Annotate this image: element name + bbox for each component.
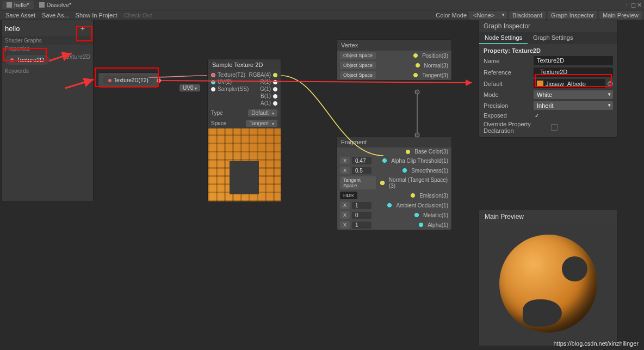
space-label: Space [211, 120, 226, 126]
x-label: X [340, 201, 350, 209]
b-out-port[interactable] [273, 94, 277, 99]
basecolor-label: Base Color(3) [414, 149, 448, 155]
sampler-in-label: Sampler(SS) [218, 86, 249, 92]
ao-field[interactable]: 1 [352, 202, 371, 209]
alpha-clip-field[interactable]: 0.47 [352, 157, 371, 164]
emission-label: Emission(3) [419, 193, 448, 199]
mode-label: Mode [484, 91, 531, 98]
exposed-checkbox[interactable]: ✓ [534, 112, 540, 119]
save-asset-button[interactable]: Save Asset [2, 11, 39, 20]
blackboard-toggle[interactable]: Blackboard [509, 11, 546, 20]
annotation-box [95, 67, 159, 87]
a-out-port[interactable] [273, 101, 277, 106]
tab-hello[interactable]: hello* [2, 1, 34, 9]
override-label: Override Property Declaration [484, 121, 549, 134]
x-label: X [340, 167, 350, 174]
emission-port[interactable] [411, 193, 415, 198]
tab-graph-settings[interactable]: Graph Settings [528, 32, 578, 44]
ao-port[interactable] [387, 203, 392, 207]
x-label: X [340, 221, 350, 229]
sample-texture2d-node[interactable]: Sample Texture 2D Texture(T2) RGBA(4) UV… [207, 59, 281, 202]
chip-object-space: Object Space [340, 52, 376, 59]
shader-icon [7, 2, 12, 8]
inspector-title: Graph Inspector [479, 20, 617, 32]
property-heading: Property: Texture2D [484, 46, 613, 55]
smoothness-port[interactable] [403, 168, 407, 173]
close-icon[interactable]: ✕ [637, 2, 642, 9]
fragment-title: Fragment [337, 137, 451, 148]
dots-icon[interactable]: ⋮ [624, 2, 630, 9]
precision-label: Precision [484, 102, 531, 109]
normal-ts-label: Normal (Tangent Space)(3) [389, 177, 448, 189]
vertex-block[interactable]: Vertex Object SpacePosition(3) Object Sp… [336, 39, 452, 81]
window-controls: ⋮ ◻ ✕ [624, 2, 642, 9]
alpha-field[interactable]: 1 [352, 222, 371, 229]
graph-inspector-toggle[interactable]: Graph Inspector [548, 11, 597, 20]
color-mode-dropdown[interactable]: <None> [469, 11, 507, 20]
metallic-port[interactable] [414, 213, 419, 217]
fragment-block[interactable]: Fragment Base Color(3) X0.47Alpha Clip T… [336, 136, 452, 230]
texture-in-port[interactable] [211, 73, 215, 77]
normal-port[interactable] [416, 63, 420, 67]
popout-icon[interactable]: ◻ [631, 2, 636, 9]
node-preview-thumbnail [208, 128, 281, 201]
chip-tangent-space: Tangent Space [340, 176, 376, 189]
check-out-button[interactable]: Check Out [121, 11, 156, 20]
main-preview-title: Main Preview [480, 211, 616, 223]
metallic-field[interactable]: 0 [352, 212, 371, 219]
metallic-label: Metallic(1) [423, 212, 448, 218]
alpha-label: Alpha(1) [428, 222, 448, 228]
type-dropdown[interactable]: Default [248, 109, 277, 116]
uv-in-port[interactable] [211, 80, 215, 84]
sample-node-title: Sample Texture 2D [208, 59, 281, 70]
b-out-label: B(1) [261, 93, 271, 99]
tab-hello-label: hello* [14, 2, 29, 8]
r-out-port[interactable] [273, 80, 277, 84]
alpha-clip-label: Alpha Clip Threshold(1) [391, 158, 448, 164]
tangent-label: Tangent(3) [422, 72, 448, 78]
tab-dissolve-label: Dissolve* [47, 2, 72, 8]
vertex-title: Vertex [337, 40, 451, 51]
show-in-project-button[interactable]: Show In Project [72, 11, 121, 20]
name-field[interactable]: Texture2D [534, 56, 613, 65]
save-as-button[interactable]: Save As... [39, 11, 72, 20]
g-out-port[interactable] [273, 87, 277, 91]
x-label: X [340, 157, 350, 164]
smoothness-label: Smoothness(1) [411, 168, 448, 174]
position-label: Position(3) [422, 53, 448, 59]
rgba-out-port[interactable] [273, 73, 277, 77]
alpha-port[interactable] [419, 223, 423, 227]
tab-dissolve[interactable]: Dissolve* [35, 1, 76, 9]
basecolor-port[interactable] [406, 150, 410, 154]
space-dropdown[interactable]: Tangent [246, 120, 277, 127]
chip-hdr: HDR [340, 192, 357, 199]
watermark-text: https://blog.csdn.net/xinzhilinger [553, 340, 639, 347]
default-label: Default [484, 81, 531, 87]
position-port[interactable] [413, 53, 418, 58]
mode-dropdown[interactable]: White [534, 90, 613, 99]
r-out-label: R(1) [261, 79, 271, 85]
annotation-box [535, 74, 612, 87]
normal-ts-port[interactable] [380, 181, 384, 185]
chip-object-space: Object Space [340, 71, 376, 79]
preview-sphere [499, 235, 597, 333]
precision-dropdown[interactable]: Inherit [534, 101, 613, 110]
shader-icon [39, 2, 45, 8]
reference-label: Reference [484, 69, 531, 76]
preview-viewport[interactable] [480, 223, 616, 345]
texture-in-label: Texture(T2) [218, 72, 245, 78]
color-mode-label: Color Mode [436, 12, 467, 19]
sampler-in-port[interactable] [211, 87, 215, 91]
main-preview-toggle[interactable]: Main Preview [599, 11, 642, 20]
uv-in-label: UV(2) [218, 79, 232, 85]
tangent-port[interactable] [413, 73, 418, 77]
uv-dropdown[interactable]: UV0 [179, 84, 200, 91]
ao-label: Ambient Occlusion(1) [396, 202, 448, 208]
normal-label: Normal(3) [424, 63, 448, 69]
type-label: Type [211, 110, 223, 116]
tab-node-settings[interactable]: Node Settings [479, 32, 528, 44]
alpha-clip-port[interactable] [382, 158, 387, 163]
smoothness-field[interactable]: 0.5 [352, 167, 371, 174]
a-out-label: A(1) [261, 100, 271, 106]
override-checkbox[interactable] [551, 124, 558, 131]
